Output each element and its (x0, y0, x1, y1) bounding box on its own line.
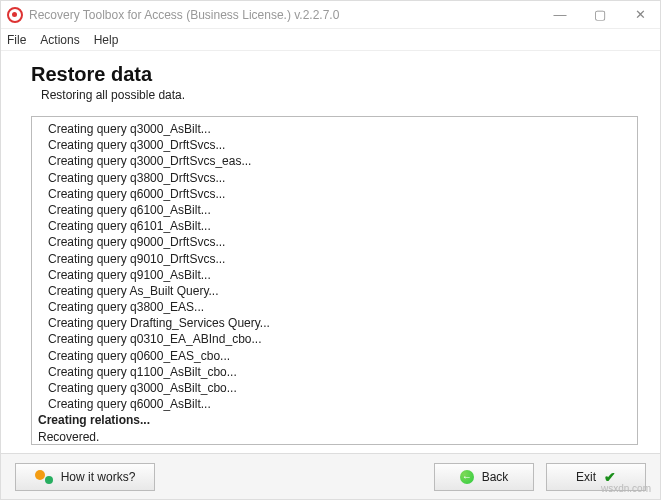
page-heading: Restore data (31, 63, 638, 86)
watermark: wsxdn.com (601, 483, 651, 494)
menu-help[interactable]: Help (94, 33, 119, 47)
maximize-button[interactable]: ▢ (580, 1, 620, 29)
minimize-button[interactable]: — (540, 1, 580, 29)
back-button[interactable]: ← Back (434, 463, 534, 491)
log-line: Creating query Drafting_Services Query..… (38, 315, 631, 331)
log-line: Creating query q0600_EAS_cbo... (38, 348, 631, 364)
back-label: Back (482, 470, 509, 484)
button-bar: How it works? ← Back Exit ✔ (1, 453, 660, 499)
how-it-works-label: How it works? (61, 470, 136, 484)
window-title: Recovery Toolbox for Access (Business Li… (29, 8, 339, 22)
log-line: Creating query q9010_DrftSvcs... (38, 251, 631, 267)
window-controls: — ▢ ✕ (540, 1, 660, 29)
log-line: Creating query As_Built Query... (38, 283, 631, 299)
log-line: Creating query q9000_DrftSvcs... (38, 234, 631, 250)
log-line: Creating query q3000_AsBilt_cbo... (38, 380, 631, 396)
menubar: File Actions Help (1, 29, 660, 51)
log-box[interactable]: Creating query q3000_AsBilt...Creating q… (31, 116, 638, 445)
log-line: Creating query q6101_AsBilt... (38, 218, 631, 234)
exit-label: Exit (576, 470, 596, 484)
log-line: Creating query q0310_EA_ABInd_cbo... (38, 331, 631, 347)
content-area: Restore data Restoring all possible data… (1, 51, 660, 453)
log-line: Creating query q1100_AsBilt_cbo... (38, 364, 631, 380)
log-line: Creating query q9100_AsBilt... (38, 267, 631, 283)
how-it-works-button[interactable]: How it works? (15, 463, 155, 491)
log-line: Creating query q6000_DrftSvcs... (38, 186, 631, 202)
page-subheading: Restoring all possible data. (41, 88, 638, 102)
log-line-bold: Creating relations... (38, 412, 631, 428)
close-button[interactable]: ✕ (620, 1, 660, 29)
log-line: Creating query q3000_AsBilt... (38, 121, 631, 137)
app-icon (7, 7, 23, 23)
log-line: Creating query q6000_AsBilt... (38, 396, 631, 412)
titlebar: Recovery Toolbox for Access (Business Li… (1, 1, 660, 29)
gear-icon (35, 470, 53, 484)
menu-file[interactable]: File (7, 33, 26, 47)
back-arrow-icon: ← (460, 470, 474, 484)
log-line: Creating query q3800_DrftSvcs... (38, 170, 631, 186)
log-line-final: Recovered. (38, 429, 631, 445)
log-line: Creating query q3800_EAS... (38, 299, 631, 315)
log-line: Creating query q6100_AsBilt... (38, 202, 631, 218)
menu-actions[interactable]: Actions (40, 33, 79, 47)
log-line: Creating query q3000_DrftSvcs_eas... (38, 153, 631, 169)
log-line: Creating query q3000_DrftSvcs... (38, 137, 631, 153)
